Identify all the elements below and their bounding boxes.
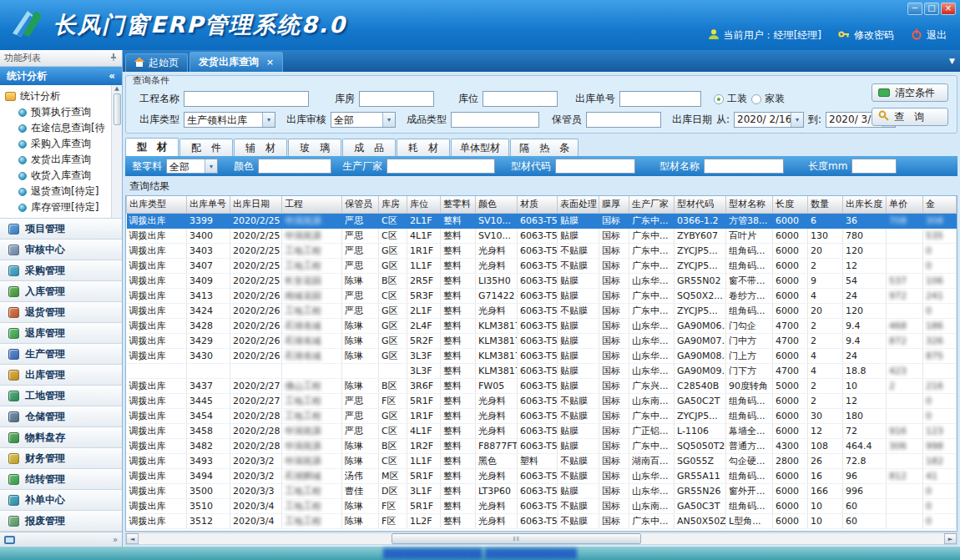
table-row[interactable]: 调拨出库34092020/2/25长安花园陈琳B区2R5F整料LI35H0606… bbox=[127, 273, 957, 288]
material-tab[interactable]: 玻 璃 bbox=[288, 139, 341, 156]
tab-list-dropdown-icon[interactable]: ▼ bbox=[949, 57, 955, 65]
table-row[interactable]: 调拨出库34822020/2/28华润苑源陈琳B区1R2F整料F8877FT60… bbox=[127, 438, 957, 453]
tree-item[interactable]: 采购入库查询 bbox=[5, 136, 110, 152]
stat-group-header[interactable]: 统计分析 « bbox=[0, 67, 122, 85]
scroll-thumb[interactable]: ⦀⦀ bbox=[392, 533, 641, 544]
table-row[interactable]: 调拨出库35122020/3/4工地工程陈琳F区1L2F整料光身料6063-T5… bbox=[127, 513, 957, 528]
column-header[interactable]: 金 bbox=[923, 196, 957, 213]
table-row[interactable]: 调拨出库34292020/2/26石湖名城陈琳G区5R2F整料KLM381760… bbox=[127, 333, 957, 348]
sidebar-item-inbound[interactable]: 入库管理 bbox=[0, 281, 122, 302]
length-input[interactable] bbox=[851, 159, 897, 174]
sidebar-item-scrap[interactable]: 报废管理 bbox=[0, 511, 122, 532]
column-header[interactable]: 库房 bbox=[379, 196, 407, 213]
tree-item[interactable]: 退货查询[待定] bbox=[5, 184, 110, 199]
column-header[interactable]: 颜色 bbox=[476, 196, 518, 213]
search-button[interactable]: 查 询 bbox=[872, 108, 948, 126]
tree-item[interactable]: 预算执行查询 bbox=[5, 104, 110, 120]
column-header[interactable]: 材质 bbox=[518, 196, 558, 213]
maximize-button[interactable]: □ bbox=[924, 3, 939, 15]
table-row[interactable]: 调拨出库34282020/2/26石湖名城陈琳G区2L4F整料KLM381760… bbox=[127, 318, 957, 333]
column-header[interactable]: 库位 bbox=[407, 196, 441, 213]
sidebar-item-production[interactable]: 生产管理 bbox=[0, 344, 122, 365]
material-tab[interactable]: 辅 材 bbox=[234, 139, 287, 156]
sidebar-item-carryover[interactable]: 结转管理 bbox=[0, 469, 122, 490]
date-from-select[interactable]: 2020/ 2/16 ▾ bbox=[734, 112, 804, 128]
profile-name-input[interactable] bbox=[704, 159, 784, 174]
sidebar-item-inventory[interactable]: 物料盘存 bbox=[0, 427, 122, 448]
scroll-up-icon[interactable]: ▲ bbox=[114, 85, 119, 92]
whole-part-select[interactable]: 全部 ▾ bbox=[166, 159, 218, 174]
table-row[interactable]: 调拨出库33992020/2/25华润苑源严思C区2L1F整料SV10...60… bbox=[127, 213, 957, 228]
color-input[interactable] bbox=[258, 159, 331, 174]
logout-button[interactable]: 退出 bbox=[911, 28, 947, 43]
tree-item[interactable]: 库存管理[待定] bbox=[5, 199, 110, 215]
monitor-icon[interactable] bbox=[4, 536, 15, 544]
more-icon[interactable]: » bbox=[113, 535, 118, 544]
radio-home[interactable]: 家装 bbox=[751, 92, 785, 106]
pin-icon[interactable] bbox=[109, 53, 118, 63]
column-header[interactable]: 出库单号 bbox=[187, 196, 230, 213]
table-row[interactable]: 3L3F整料KLM38176063-T5贴膜国标山东华...GA90M09...… bbox=[127, 363, 957, 378]
table-row[interactable]: 调拨出库34002020/2/25华润苑源严思C区4L1F整料SV10...60… bbox=[127, 228, 957, 243]
change-password-button[interactable]: 修改密码 bbox=[838, 28, 894, 43]
collapse-icon[interactable]: « bbox=[109, 70, 115, 82]
tree-item[interactable]: 在途信息查询[待 bbox=[5, 120, 110, 136]
clear-conditions-button[interactable]: 清空条件 bbox=[872, 83, 948, 102]
table-row[interactable]: 调拨出库34582020/2/28华润苑源严思C区4L1F整料光身料6063-T… bbox=[127, 423, 957, 438]
column-header[interactable]: 膜厚 bbox=[599, 196, 629, 213]
table-row[interactable]: 调拨出库34942020/3/2石湖辉城汤伟M区5R1F整料光身料6063-T5… bbox=[127, 468, 957, 483]
table-row[interactable]: 调拨出库34302020/2/26石湖名城陈琳G区3L3F整料KLM381760… bbox=[127, 348, 957, 363]
sidebar-item-warehouse[interactable]: 仓储管理 bbox=[0, 406, 122, 427]
column-header[interactable]: 出库长度 bbox=[843, 196, 887, 213]
material-tab[interactable]: 单体型材 bbox=[451, 139, 509, 156]
sidebar-item-supplement[interactable]: 补单中心 bbox=[0, 490, 122, 511]
sidebar-item-project[interactable]: 项目管理 bbox=[0, 219, 122, 240]
column-header[interactable]: 单价 bbox=[887, 196, 923, 213]
column-header[interactable]: 出库类型 bbox=[127, 196, 187, 213]
product-type-input[interactable] bbox=[451, 112, 539, 128]
sidebar-item-finance[interactable]: 财务管理 bbox=[0, 448, 122, 469]
table-row[interactable]: 调拨出库34032020/2/25工地工程严思G区1R1F整料光身料6063-T… bbox=[127, 243, 957, 258]
factory-input[interactable] bbox=[387, 159, 495, 174]
scroll-left-icon[interactable]: ◄ bbox=[126, 533, 139, 544]
sidebar-item-return-goods[interactable]: 退货管理 bbox=[0, 302, 122, 323]
material-tab[interactable]: 隔 热 条 bbox=[510, 139, 579, 156]
outbound-audit-select[interactable]: 全部 ▾ bbox=[331, 112, 396, 128]
tab-start-page[interactable]: 起始页 bbox=[125, 53, 188, 72]
material-tab[interactable]: 配 件 bbox=[179, 139, 233, 156]
minimize-button[interactable]: − bbox=[907, 3, 922, 15]
table-row[interactable]: 调拨出库34452020/2/27工地工程严思F区5R1F整料光身料6063-T… bbox=[127, 393, 957, 408]
material-tab[interactable]: 耗 材 bbox=[397, 139, 450, 156]
column-header[interactable]: 工程 bbox=[282, 196, 342, 213]
column-header[interactable]: 整零料 bbox=[441, 196, 476, 213]
order-no-input[interactable] bbox=[619, 91, 701, 107]
scroll-right-icon[interactable]: ► bbox=[944, 533, 957, 544]
profile-code-input[interactable] bbox=[555, 159, 635, 174]
column-header[interactable]: 表面处理 bbox=[558, 196, 599, 213]
column-header[interactable]: 生产厂家 bbox=[629, 196, 675, 213]
close-button[interactable]: × bbox=[941, 3, 956, 15]
tab-close-icon[interactable]: × bbox=[266, 57, 274, 68]
column-header[interactable]: 数量 bbox=[808, 196, 843, 213]
table-row[interactable]: 调拨出库34372020/2/27佛山工程陈琳B区3R6F整料FW056063-… bbox=[127, 378, 957, 393]
table-row[interactable]: 调拨出库34932020/3/2华润苑源陈琳C区1L1F整料黑色塑料不贴膜国标湖… bbox=[127, 453, 957, 468]
table-row[interactable]: 调拨出库35102020/3/4工地工程陈琳F区5R1F整料光身料6063-T5… bbox=[127, 498, 957, 513]
tree-item[interactable]: 发货出库查询 bbox=[5, 152, 110, 168]
material-tab[interactable]: 型 材 bbox=[125, 138, 179, 156]
table-row[interactable]: 调拨出库34132020/2/26南城花园严思C区5R3F整料G71422606… bbox=[127, 288, 957, 303]
column-header[interactable]: 型材名称 bbox=[726, 196, 773, 213]
column-header[interactable]: 长度 bbox=[773, 196, 808, 213]
sidebar-item-site[interactable]: 工地管理 bbox=[0, 386, 122, 406]
tree-scroll-thumb[interactable] bbox=[114, 93, 121, 125]
project-name-input[interactable] bbox=[184, 91, 309, 107]
table-row[interactable]: 调拨出库35002020/3/3工地工程曹佳D区3L1F整料LT3P606063… bbox=[127, 483, 957, 498]
sidebar-item-return-store[interactable]: 退库管理 bbox=[0, 323, 122, 344]
tree-root-statistics[interactable]: 统计分析 bbox=[5, 88, 110, 104]
grid-horizontal-scrollbar[interactable]: ◄ ⦀⦀ ► bbox=[125, 532, 957, 545]
sidebar-item-outbound[interactable]: 出库管理 bbox=[0, 365, 122, 386]
tree-scrollbar[interactable]: ▲ bbox=[111, 85, 122, 218]
sidebar-item-purchase[interactable]: 采购管理 bbox=[0, 260, 122, 281]
material-tab[interactable]: 成 品 bbox=[342, 139, 396, 156]
keeper-input[interactable] bbox=[586, 112, 661, 128]
radio-workwear[interactable]: 工装 bbox=[714, 92, 747, 106]
